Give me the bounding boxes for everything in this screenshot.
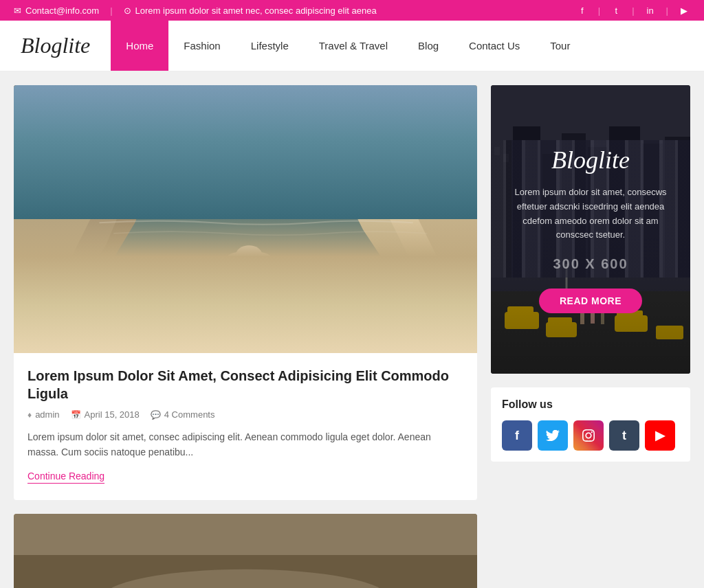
svg-rect-2 — [14, 191, 477, 212]
continue-reading-link[interactable]: Continue Reading — [28, 471, 104, 484]
social-icons-row: f t ▶ — [502, 420, 679, 451]
email-icon: ✉ — [14, 5, 21, 16]
svg-rect-1 — [14, 194, 477, 280]
svg-point-3 — [213, 315, 384, 353]
nav-home[interactable]: Home — [111, 21, 168, 71]
nav-fashion[interactable]: Fashion — [168, 21, 235, 71]
twitter-icon[interactable] — [538, 420, 568, 451]
main-nav: Home Fashion Lifestyle Travel & Travel B… — [111, 21, 704, 71]
svg-point-4 — [192, 330, 334, 353]
article-title-1: Lorem Ipsum Dolor Sit Amet, Consect Adip… — [28, 367, 463, 403]
ad-content: Bloglite Lorem ipsum dolor sit amet, con… — [491, 85, 690, 374]
ad-size-label: 300 X 600 — [553, 256, 628, 272]
nav-tour[interactable]: Tour — [535, 21, 585, 71]
youtube-icon[interactable]: ▶ — [645, 420, 675, 451]
meta-date: 📅 April 15, 2018 — [71, 409, 140, 420]
article-image-2 — [14, 514, 477, 588]
svg-point-6 — [236, 253, 262, 285]
ad-banner: Bloglite Lorem ipsum dolor sit amet, con… — [491, 85, 690, 374]
comment-icon: 💬 — [151, 410, 161, 420]
sidebar: Bloglite Lorem ipsum dolor sit amet, con… — [491, 85, 690, 588]
email-info: ✉ Contact@info.com — [14, 5, 99, 16]
instagram-icon[interactable] — [573, 420, 604, 451]
article-image-1 — [14, 85, 477, 353]
nav-contact[interactable]: Contact Us — [454, 21, 535, 71]
meta-author: ♦ admin — [28, 409, 60, 420]
ad-description: Lorem ipsum dolor sit amet, consecws eft… — [505, 185, 676, 242]
logo-area: Bloglite — [0, 21, 111, 71]
article-card-2 — [14, 514, 477, 588]
main-content: Lorem Ipsum Dolor Sit Amet, Consect Adip… — [0, 71, 704, 588]
top-bar: ✉ Contact@info.com | ⊙ Lorem ipsum dolor… — [0, 0, 704, 21]
meta-comments: 💬 4 Comments — [151, 409, 215, 420]
nav-lifestyle[interactable]: Lifestyle — [236, 21, 304, 71]
article-card-1: Lorem Ipsum Dolor Sit Amet, Consect Adip… — [14, 85, 477, 500]
topbar-youtube-icon[interactable]: ▶ — [678, 4, 690, 16]
svg-point-7 — [228, 251, 270, 263]
site-logo: Bloglite — [21, 33, 90, 58]
tagline: ⊙ Lorem ipsum dolor sit amet nec, consec… — [124, 5, 377, 16]
ad-logo: Bloglite — [551, 146, 630, 174]
article-excerpt-1: Lorem ipsum dolor sit amet, consec adipi… — [28, 429, 463, 460]
nav-travel[interactable]: Travel & Travel — [304, 21, 403, 71]
facebook-icon[interactable]: f — [502, 420, 532, 451]
svg-point-10 — [213, 319, 298, 347]
read-more-button[interactable]: READ MORE — [539, 289, 642, 313]
calendar-icon: 📅 — [71, 410, 81, 420]
tumblr-icon[interactable]: t — [609, 420, 639, 451]
topbar-facebook-icon[interactable]: f — [576, 4, 588, 16]
top-bar-left: ✉ Contact@info.com | ⊙ Lorem ipsum dolor… — [14, 5, 377, 16]
articles-area: Lorem Ipsum Dolor Sit Amet, Consect Adip… — [14, 85, 477, 588]
topbar-twitter-icon[interactable]: t — [610, 4, 622, 16]
clock-icon: ⊙ — [124, 5, 131, 16]
user-icon: ♦ — [28, 410, 32, 420]
follow-section: Follow us f t ▶ — [491, 387, 690, 462]
follow-title: Follow us — [502, 398, 679, 411]
svg-point-8 — [236, 245, 262, 262]
header: Bloglite Home Fashion Lifestyle Travel &… — [0, 21, 704, 71]
nav-blog[interactable]: Blog — [403, 21, 454, 71]
article-meta-1: ♦ admin 📅 April 15, 2018 💬 4 Comments — [28, 409, 463, 420]
topbar-linkedin-icon[interactable]: in — [644, 4, 657, 16]
top-bar-right: f | t | in | ▶ — [576, 4, 690, 16]
svg-point-5 — [229, 265, 269, 337]
svg-rect-0 — [14, 85, 477, 353]
article-body-1: Lorem Ipsum Dolor Sit Amet, Consect Adip… — [14, 353, 477, 500]
